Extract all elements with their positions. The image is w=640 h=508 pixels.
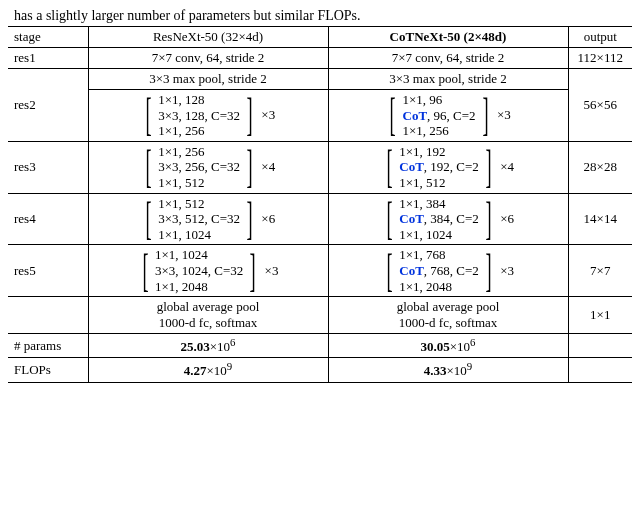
caption-text: has a slightly larger number of paramete…: [14, 8, 632, 24]
res2-pool-b: 3×3 max pool, stride 2: [328, 69, 568, 90]
left-bracket-icon: [: [145, 144, 151, 190]
left-bracket-icon: [: [145, 92, 151, 138]
params-a: 25.03×106: [88, 334, 328, 358]
flops-out: [568, 358, 632, 382]
res5-a2: 1×1, 2048: [155, 279, 208, 295]
res2-pool-a: 3×3 max pool, stride 2: [88, 69, 328, 90]
res2-a1: 3×3, 128, C=32: [158, 108, 240, 124]
header-cotnext: CoTNeXt-50 (2×48d): [328, 27, 568, 48]
flops-a-exp: ×10: [206, 364, 226, 379]
flops-a-val: 4.27: [184, 364, 207, 379]
params-a-val: 25.03: [180, 339, 209, 354]
right-bracket-icon: ]: [485, 196, 491, 242]
gap-b: global average pool 1000-d fc, softmax: [328, 297, 568, 334]
res4-b1-post: , 384, C=2: [424, 211, 479, 226]
res2-label: res2: [8, 69, 88, 142]
header-resnext: ResNeXt-50 (32×4d): [88, 27, 328, 48]
res4-b0: 1×1, 384: [399, 196, 445, 212]
gap-a-line2: 1000-d fc, softmax: [93, 315, 324, 331]
res4-a0: 1×1, 512: [158, 196, 204, 212]
params-a-sup: 6: [230, 336, 235, 348]
res3-b1-post: , 192, C=2: [424, 159, 479, 174]
res5-out: 7×7: [568, 245, 632, 297]
left-bracket-icon: [: [387, 144, 393, 190]
res4-out: 14×14: [568, 193, 632, 245]
header-stage: stage: [8, 27, 88, 48]
res2-am: ×3: [261, 107, 275, 123]
left-bracket-icon: [: [142, 248, 148, 294]
res1-out: 112×112: [568, 48, 632, 69]
flops-b-val: 4.33: [424, 364, 447, 379]
res3-b2: 1×1, 512: [399, 175, 445, 191]
res2-b0: 1×1, 96: [403, 92, 443, 108]
flops-b: 4.33×109: [328, 358, 568, 382]
left-bracket-icon: [: [390, 92, 396, 138]
res5-b1-post: , 768, C=2: [424, 263, 479, 278]
res5-b0: 1×1, 768: [399, 247, 445, 263]
res4-b2: 1×1, 1024: [399, 227, 452, 243]
res4-a2: 1×1, 1024: [158, 227, 211, 243]
flops-label: FLOPs: [8, 358, 88, 382]
gap-a-line1: global average pool: [93, 299, 324, 315]
params-b-exp: ×10: [450, 339, 470, 354]
res4-a1: 3×3, 512, C=32: [158, 211, 240, 227]
right-bracket-icon: ]: [485, 248, 491, 294]
res2-bm: ×3: [497, 107, 511, 123]
res2-a0: 1×1, 128: [158, 92, 204, 108]
res5-b2: 1×1, 2048: [399, 279, 452, 295]
res4-block-a: [ 1×1, 512 3×3, 512, C=32 1×1, 1024 ] ×6: [88, 193, 328, 245]
gap-b-line1: global average pool: [333, 299, 564, 315]
right-bracket-icon: ]: [250, 248, 256, 294]
left-bracket-icon: [: [145, 196, 151, 242]
res3-b0: 1×1, 192: [399, 144, 445, 160]
gap-b-line2: 1000-d fc, softmax: [333, 315, 564, 331]
res3-a1: 3×3, 256, C=32: [158, 159, 240, 175]
res3-block-a: [ 1×1, 256 3×3, 256, C=32 1×1, 512 ] ×4: [88, 141, 328, 193]
architecture-table: stage ResNeXt-50 (32×4d) CoTNeXt-50 (2×4…: [8, 26, 632, 383]
flops-a: 4.27×109: [88, 358, 328, 382]
right-bracket-icon: ]: [482, 92, 488, 138]
left-bracket-icon: [: [387, 196, 393, 242]
left-bracket-icon: [: [387, 248, 393, 294]
res2-out: 56×56: [568, 69, 632, 142]
header-output: output: [568, 27, 632, 48]
gap-label: [8, 297, 88, 334]
right-bracket-icon: ]: [247, 196, 253, 242]
cot-label: CoT: [399, 159, 424, 174]
res4-block-b: [ 1×1, 384 CoT, 384, C=2 1×1, 1024 ] ×6: [328, 193, 568, 245]
res3-bm: ×4: [500, 159, 514, 175]
res3-a0: 1×1, 256: [158, 144, 204, 160]
res5-block-b: [ 1×1, 768 CoT, 768, C=2 1×1, 2048 ] ×3: [328, 245, 568, 297]
cot-label: CoT: [403, 108, 428, 123]
res1-label: res1: [8, 48, 88, 69]
res1-a: 7×7 conv, 64, stride 2: [88, 48, 328, 69]
cot-label: CoT: [399, 211, 424, 226]
gap-a: global average pool 1000-d fc, softmax: [88, 297, 328, 334]
right-bracket-icon: ]: [247, 144, 253, 190]
params-out: [568, 334, 632, 358]
res2-b2: 1×1, 256: [403, 123, 449, 139]
res5-a0: 1×1, 1024: [155, 247, 208, 263]
flops-b-exp: ×10: [446, 364, 466, 379]
res5-block-a: [ 1×1, 1024 3×3, 1024, C=32 1×1, 2048 ] …: [88, 245, 328, 297]
cot-label: CoT: [399, 263, 424, 278]
params-b-sup: 6: [470, 336, 475, 348]
res5-label: res5: [8, 245, 88, 297]
res2-a2: 1×1, 256: [158, 123, 204, 139]
flops-b-sup: 9: [467, 360, 472, 372]
res3-label: res3: [8, 141, 88, 193]
res5-am: ×3: [265, 263, 279, 279]
right-bracket-icon: ]: [485, 144, 491, 190]
res3-a2: 1×1, 512: [158, 175, 204, 191]
res3-out: 28×28: [568, 141, 632, 193]
res5-bm: ×3: [500, 263, 514, 279]
flops-a-sup: 9: [227, 360, 232, 372]
res3-block-b: [ 1×1, 192 CoT, 192, C=2 1×1, 512 ] ×4: [328, 141, 568, 193]
res4-bm: ×6: [500, 211, 514, 227]
params-a-exp: ×10: [210, 339, 230, 354]
res4-am: ×6: [261, 211, 275, 227]
res2-block-a: [ 1×1, 128 3×3, 128, C=32 1×1, 256 ] ×3: [88, 90, 328, 142]
params-label: # params: [8, 334, 88, 358]
res5-a1: 3×3, 1024, C=32: [155, 263, 243, 279]
res4-label: res4: [8, 193, 88, 245]
